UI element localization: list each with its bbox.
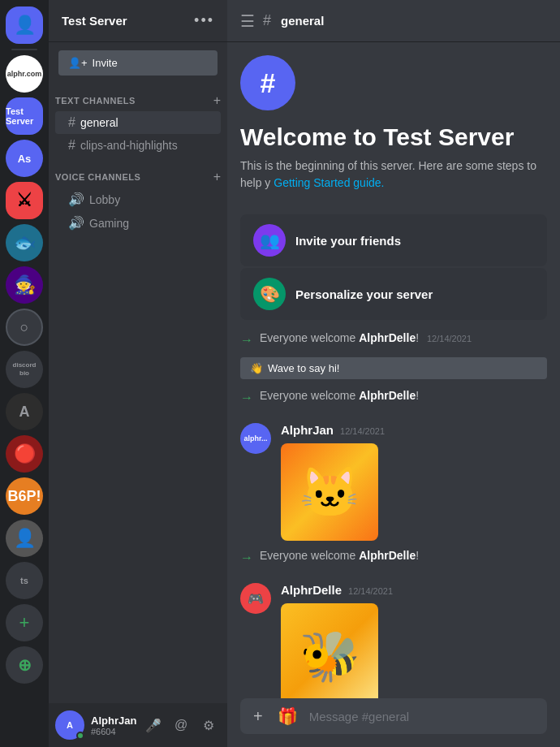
channel-item-lobby[interactable]: 🔊 Lobby: [55, 188, 221, 211]
user-bar: A AlphrJan #6604 🎤 @ ⚙: [49, 703, 227, 747]
personalize-emoji: 🎨: [260, 284, 280, 304]
darkred-icon: 🔴: [14, 443, 36, 464]
message-input-bar: + 🎁: [240, 698, 547, 734]
server-divider: [11, 49, 37, 50]
server-icon-ts-bottom[interactable]: ts: [6, 562, 43, 599]
add-text-channel-icon[interactable]: +: [213, 93, 221, 108]
alphrdelle-avatar: 🎮: [240, 583, 271, 614]
add-voice-channel-icon[interactable]: +: [213, 170, 221, 184]
header-channel-name: general: [281, 14, 324, 28]
invite-card-icon: 👥: [253, 224, 286, 257]
user-avatar-initial: A: [67, 720, 73, 730]
server-header[interactable]: Test Server •••: [49, 0, 227, 42]
text-channels-header[interactable]: TEXT CHANNELS +: [49, 90, 227, 111]
personalize-card-icon: 🎨: [253, 278, 286, 310]
voice-channels-label: VOICE CHANNELS: [55, 172, 140, 182]
voice-icon-gaming: 🔊: [68, 215, 84, 231]
voice-channels-header[interactable]: VOICE CHANNELS +: [49, 166, 227, 188]
settings-button[interactable]: ⚙: [196, 713, 221, 737]
voice-channels-section: VOICE CHANNELS + 🔊 Lobby 🔊 Gaming: [49, 160, 227, 238]
system-message-text-3: Everyone welcome AlphrDelle!: [260, 549, 419, 562]
mute-button[interactable]: 🎤: [141, 713, 166, 737]
cat-sticker-emoji: 🐱: [299, 464, 360, 521]
user-tag: #6604: [91, 727, 135, 736]
server-icon-discover[interactable]: ⊕: [6, 646, 43, 684]
invite-button[interactable]: 👤+ Invite: [58, 50, 218, 76]
server-icon-ts[interactable]: Test Server: [6, 97, 43, 135]
server-menu-icon[interactable]: •••: [194, 12, 214, 29]
avatar-icon: 👤: [14, 528, 36, 549]
invite-emoji: 👥: [260, 231, 280, 250]
server-icon-orange[interactable]: B6P!: [6, 477, 43, 515]
username: AlphrJan: [91, 715, 135, 727]
server-icon-red[interactable]: ⚔: [6, 182, 43, 219]
alphrjan-timestamp: 12/14/2021: [340, 426, 385, 436]
plus-icon: +: [253, 707, 263, 725]
main-content: ☰ # general # Welcome to Test Server Thi…: [227, 0, 560, 747]
server-icon-discord-bio[interactable]: discordbio: [6, 351, 43, 388]
wave-button[interactable]: 👋 Wave to say hi!: [240, 357, 547, 379]
discover-icon: ⊕: [18, 655, 32, 675]
channel-item-gaming[interactable]: 🔊 Gaming: [55, 211, 221, 235]
invite-icon: 👤+: [68, 57, 88, 69]
home-icon: 👤: [14, 15, 36, 36]
cat-sticker: 🐱: [281, 443, 378, 541]
alphrjan-avatar-text: alphr...: [243, 434, 267, 443]
server-icon-alphr[interactable]: alphr.com: [6, 55, 43, 93]
invite-friends-card[interactable]: 👥 Invite your friends: [240, 214, 547, 266]
server-icon-purple[interactable]: 🧙: [6, 266, 43, 304]
welcome-hash-icon: #: [240, 55, 295, 110]
message-input-area: + 🎁: [227, 698, 560, 747]
teal-icon: 🐟: [14, 232, 36, 253]
alphrdelle-timestamp: 12/14/2021: [348, 586, 393, 596]
hamburger-icon[interactable]: ☰: [240, 11, 255, 31]
message-row-alphrjan: alphr... AlphrJan 12/14/2021 🐱: [227, 420, 560, 544]
server-icon-a[interactable]: A: [6, 393, 43, 430]
system-message-3: → Everyone welcome AlphrDelle!: [227, 547, 560, 567]
circle-icon: ○: [20, 319, 29, 336]
server-name: Test Server: [62, 14, 127, 28]
alphrjan-message-content: AlphrJan 12/14/2021 🐱: [281, 423, 547, 541]
voice-icon-lobby: 🔊: [68, 192, 84, 207]
add-server-button[interactable]: +: [6, 604, 43, 641]
channel-sidebar: Test Server ••• 👤+ Invite TEXT CHANNELS …: [49, 0, 227, 747]
alphrdelle-username: AlphrDelle: [281, 583, 342, 597]
alphrjan-username: AlphrJan: [281, 423, 334, 437]
server-icon-teal[interactable]: 🐟: [6, 224, 43, 261]
personalize-card[interactable]: 🎨 Personalize your server: [240, 268, 547, 320]
add-icon: +: [19, 612, 30, 633]
channel-item-general[interactable]: # general: [55, 111, 221, 134]
server-list: 👤 alphr.com Test Server As ⚔ 🐟 🧙 ○ disco…: [0, 0, 49, 747]
main-header: ☰ # general: [227, 0, 560, 42]
purple-icon: 🧙: [14, 274, 36, 296]
channel-item-clips[interactable]: # clips-and-highlights: [55, 134, 221, 157]
channel-name-lobby: Lobby: [89, 193, 120, 206]
hash-icon-clips: #: [68, 138, 75, 153]
add-attachment-button[interactable]: +: [250, 699, 266, 734]
system-arrow-icon: →: [240, 333, 253, 348]
orange-icon: B6P!: [7, 488, 41, 505]
user-status-dot: [76, 732, 84, 740]
message-row-alphrdelle: 🎮 AlphrDelle 12/14/2021 🐝: [227, 580, 560, 698]
getting-started-link[interactable]: Getting Started guide.: [274, 176, 384, 189]
at-icon: @: [174, 718, 187, 732]
mention-button[interactable]: @: [169, 713, 193, 737]
server-icon-circle[interactable]: ○: [6, 309, 43, 346]
gift-button[interactable]: 🎁: [274, 698, 301, 734]
welcome-section: # Welcome to Test Server This is the beg…: [227, 55, 560, 208]
text-channels-label: TEXT CHANNELS: [55, 96, 136, 106]
a-label: A: [19, 404, 30, 421]
message-input[interactable]: [309, 700, 537, 733]
welcome-title: Welcome to Test Server: [240, 123, 547, 151]
server-icon-avatar[interactable]: 👤: [6, 520, 43, 557]
server-icon-darkred[interactable]: 🔴: [6, 435, 43, 473]
hash-symbol: #: [261, 67, 276, 99]
discord-bio-label: discordbio: [13, 361, 37, 377]
user-actions: 🎤 @ ⚙: [141, 713, 221, 737]
invite-card-label: Invite your friends: [295, 234, 401, 248]
channel-hash-icon: #: [263, 12, 271, 29]
alphrdelle-message-content: AlphrDelle 12/14/2021 🐝: [281, 583, 547, 698]
server-icon-home[interactable]: 👤: [6, 6, 43, 44]
user-info: AlphrJan #6604: [91, 715, 135, 736]
server-icon-as[interactable]: As: [6, 140, 43, 177]
